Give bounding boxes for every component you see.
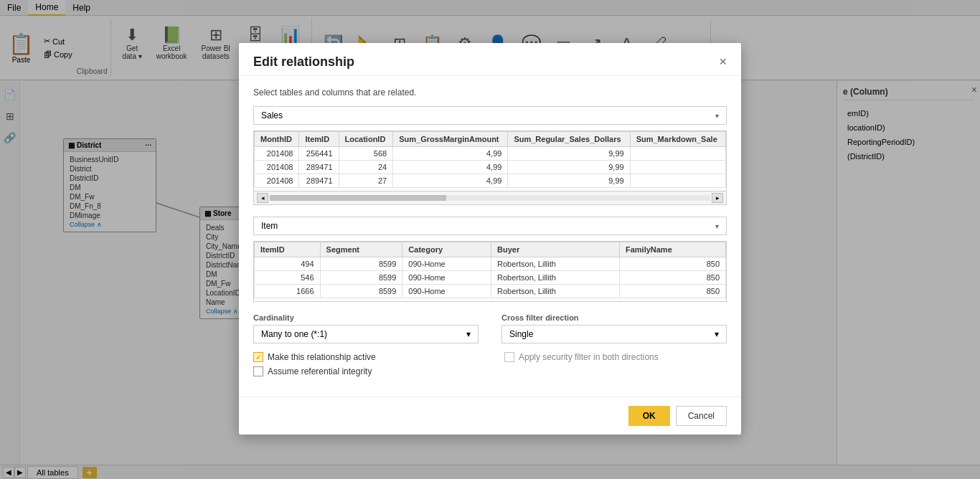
edit-relationship-modal: Edit relationship × Select tables and co…	[239, 43, 741, 80]
modal-title: Edit relationship	[253, 54, 354, 70]
modal-overlay: Edit relationship × Select tables and co…	[0, 0, 980, 80]
modal-body: Select tables and columns that are relat…	[239, 76, 741, 80]
modal-close-button[interactable]: ×	[719, 54, 727, 70]
modal-header: Edit relationship ×	[239, 43, 741, 76]
